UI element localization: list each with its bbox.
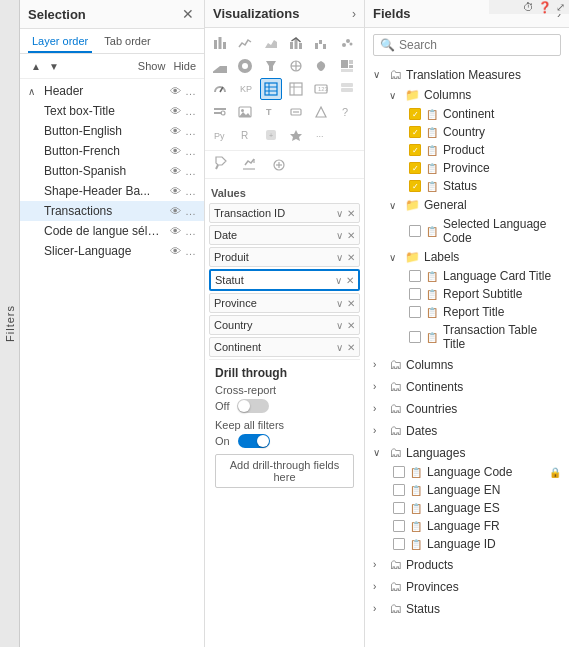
subgroup-general-header[interactable]: ∨ 📁 General [381,195,569,215]
matrix-icon[interactable] [285,78,307,100]
field-checkbox[interactable] [393,466,405,478]
donut-chart-icon[interactable] [234,55,256,77]
slicer-icon[interactable] [209,101,231,123]
field-language-en[interactable]: 📋 Language EN [365,481,569,499]
field-transaction-table-title[interactable]: 📋 Transaction Table Title [381,321,569,353]
field-language-card-title[interactable]: 📋 Language Card Title [381,267,569,285]
selection-item-transactions[interactable]: ∧ Transactions 👁 … [20,201,204,221]
python-icon[interactable]: Py [209,124,231,146]
dots-icon[interactable]: … [185,245,196,257]
hide-button[interactable]: Hide [173,60,196,72]
help-icon[interactable]: ❓ [538,1,552,14]
dots-icon[interactable]: … [185,125,196,137]
field-remove-icon[interactable]: ✕ [347,252,355,263]
field-remove-icon[interactable]: ✕ [347,230,355,241]
eye-icon[interactable]: 👁 [170,185,181,197]
selection-item-slicer-language[interactable]: ∧ Slicer-Language 👁 … [20,241,204,261]
field-remove-icon[interactable]: ✕ [347,208,355,219]
field-produit[interactable]: Produit ∨ ✕ [209,247,360,267]
selection-item-button-french[interactable]: Button-French 👁 … [20,141,204,161]
field-checkbox[interactable] [393,484,405,496]
combo-chart-icon[interactable] [285,32,307,54]
custom-visual-2-icon[interactable] [285,124,307,146]
field-continent[interactable]: Continent ∨ ✕ [209,337,360,357]
group-countries-header[interactable]: › 🗂 Countries [365,398,569,419]
add-data-icon[interactable] [269,155,285,174]
selection-close-button[interactable]: ✕ [180,6,196,22]
waterfall-chart-icon[interactable] [310,32,332,54]
subgroup-labels-header[interactable]: ∨ 📁 Labels [381,247,569,267]
search-input[interactable] [399,38,554,52]
analytics-icon[interactable] [241,155,257,174]
field-checkbox[interactable] [409,288,421,300]
eye-icon[interactable]: 👁 [170,125,181,137]
dots-icon[interactable]: … [185,165,196,177]
field-checkbox[interactable] [409,144,421,156]
field-chevron-icon[interactable]: ∨ [335,275,342,286]
button-icon[interactable] [285,101,307,123]
field-chevron-icon[interactable]: ∨ [336,208,343,219]
field-remove-icon[interactable]: ✕ [347,320,355,331]
field-remove-icon[interactable]: ✕ [347,342,355,353]
field-checkbox[interactable] [393,502,405,514]
field-checkbox[interactable] [409,331,421,343]
selection-item-button-english[interactable]: Button-English 👁 … [20,121,204,141]
map-chart-icon[interactable] [285,55,307,77]
multirow-card-icon[interactable] [336,78,358,100]
field-checkbox[interactable] [409,270,421,282]
filled-map-icon[interactable] [310,55,332,77]
maximize-icon[interactable]: ⤢ [556,1,565,14]
field-province[interactable]: 📋 Province [381,159,569,177]
field-product[interactable]: 📋 Product [381,141,569,159]
field-transaction-id[interactable]: Transaction ID ∨ ✕ [209,203,360,223]
group-status-header[interactable]: › 🗂 Status [365,598,569,619]
eye-icon[interactable]: 👁 [170,225,181,237]
qna-icon[interactable]: ? [336,101,358,123]
selection-item-header[interactable]: ∧ Header 👁 … [20,81,204,101]
field-checkbox[interactable] [393,538,405,550]
textbox-icon[interactable]: T [260,101,282,123]
eye-icon[interactable]: 👁 [170,245,181,257]
field-status[interactable]: 📋 Status [381,177,569,195]
field-province[interactable]: Province ∨ ✕ [209,293,360,313]
cross-report-toggle[interactable] [237,399,269,413]
field-selected-language-code[interactable]: 📋 Selected Language Code [381,215,569,247]
bar-chart-icon[interactable] [209,32,231,54]
group-columns-header[interactable]: › 🗂 Columns [365,354,569,375]
filters-tab[interactable]: Filters [0,0,20,647]
table-icon[interactable] [260,78,282,100]
dots-icon[interactable]: … [185,145,196,157]
field-report-title[interactable]: 📋 Report Title [381,303,569,321]
field-checkbox[interactable] [409,180,421,192]
field-continent[interactable]: 📋 Continent [381,105,569,123]
field-remove-icon[interactable]: ✕ [347,298,355,309]
line-chart-icon[interactable] [234,32,256,54]
fields-search-box[interactable]: 🔍 [373,34,561,56]
group-continents-header[interactable]: › 🗂 Continents [365,376,569,397]
group-dates-header[interactable]: › 🗂 Dates [365,420,569,441]
field-language-fr[interactable]: 📋 Language FR [365,517,569,535]
group-products-header[interactable]: › 🗂 Products [365,554,569,575]
field-checkbox[interactable] [409,108,421,120]
eye-icon[interactable]: 👁 [170,105,181,117]
field-chevron-icon[interactable]: ∨ [336,320,343,331]
pie-chart-icon[interactable] [209,55,231,77]
funnel-chart-icon[interactable] [260,55,282,77]
viz-expand-icon[interactable]: › [352,7,356,21]
field-country[interactable]: 📋 Country [381,123,569,141]
field-checkbox[interactable] [409,162,421,174]
kpi-icon[interactable]: KPI [234,78,256,100]
eye-icon[interactable]: 👁 [170,165,181,177]
field-language-code[interactable]: 📋 Language Code 🔒 [365,463,569,481]
image-icon[interactable] [234,101,256,123]
selection-item-code-langue[interactable]: ∧ Code de langue sélec... 👁 … [20,221,204,241]
tab-tab-order[interactable]: Tab order [100,33,154,53]
field-checkbox[interactable] [393,520,405,532]
r-icon[interactable]: R [234,124,256,146]
format-paint-icon[interactable] [213,155,229,174]
selection-item-shape-header[interactable]: Shape-Header Ba... 👁 … [20,181,204,201]
field-remove-icon[interactable]: ✕ [346,275,354,286]
add-drill-through-button[interactable]: Add drill-through fields here [215,454,354,488]
field-language-es[interactable]: 📋 Language ES [365,499,569,517]
group-provinces-header[interactable]: › 🗂 Provinces [365,576,569,597]
